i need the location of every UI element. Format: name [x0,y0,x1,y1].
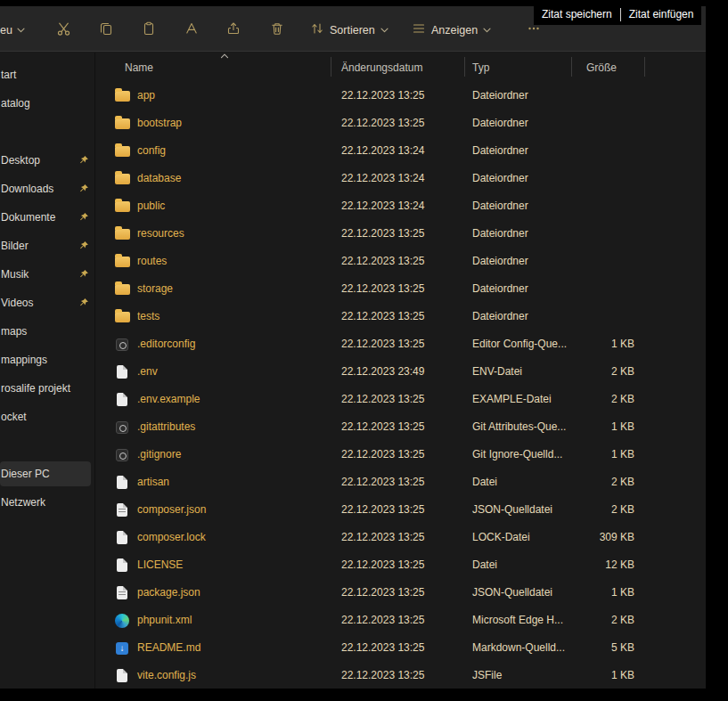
table-row[interactable]: storage22.12.2023 13:25Dateiordner [98,275,702,303]
sidebar-item-dokumente[interactable]: Dokumente [0,205,94,230]
cut-button[interactable] [48,17,78,44]
file-type: JSFile [472,662,502,689]
sidebar-item-ocket[interactable]: ocket [0,404,94,429]
file-date: 22.12.2023 13:25 [341,413,424,441]
pin-icon [79,212,89,222]
column-separator[interactable] [331,57,331,77]
sidebar-item-downloads[interactable]: Downloads [0,176,94,201]
column-header-name[interactable]: Name [125,61,153,74]
file-type: ENV-Datei [472,358,522,386]
file-file-icon [112,524,132,551]
file-date: 22.12.2023 13:25 [341,441,424,469]
folder-file-icon [112,192,132,220]
sidebar-item-mappings[interactable]: mappings [0,347,94,372]
table-row[interactable]: .env.example22.12.2023 13:25EXAMPLE-Date… [98,386,702,413]
file-file-icon [112,386,132,413]
folder-file-icon [112,137,132,165]
chevron-down-icon [483,28,491,33]
folder-file-icon [112,82,132,110]
column-separator[interactable] [644,57,645,77]
file-type: Dateiordner [472,165,528,192]
table-row[interactable]: vite.config.js22.12.2023 13:25JSFile1 KB [98,662,702,689]
file-file-icon [112,469,132,496]
file-type: Dateiordner [472,82,528,110]
new-button[interactable]: eu [0,17,25,44]
paste-icon [142,21,156,39]
chevron-down-icon [380,28,389,33]
file-type: Dateiordner [472,137,528,165]
table-row[interactable]: tests22.12.2023 13:25Dateiordner [98,303,702,330]
file-date: 22.12.2023 13:25 [341,220,424,248]
table-row[interactable]: LICENSE22.12.2023 13:25Datei12 KB [98,551,702,579]
sidebar-item-musik[interactable]: Musik [0,262,94,287]
json-file-icon [112,579,132,607]
table-row[interactable]: public22.12.2023 13:24Dateiordner [98,192,702,220]
sidebar-item-desktop[interactable]: Desktop [0,148,94,173]
sidebar-item-label: maps [1,325,27,338]
file-size: 2 KB [561,358,634,386]
sort-button[interactable]: Sortieren [310,17,389,44]
table-row[interactable]: routes22.12.2023 13:25Dateiordner [98,248,702,275]
column-header-size[interactable]: Größe [586,61,617,74]
view-button[interactable]: Anzeigen [412,17,491,44]
sidebar-item-label: mappings [1,354,47,366]
table-row[interactable]: bootstrap22.12.2023 13:25Dateiordner [98,110,702,137]
table-row[interactable]: composer.json22.12.2023 13:25JSON-Quelld… [98,496,702,524]
column-separator[interactable] [571,57,572,77]
file-file-icon [112,358,132,386]
sidebar-item-maps[interactable]: maps [0,319,94,344]
copy-button[interactable] [91,17,121,44]
file-size: 1 KB [561,413,634,441]
file-name: .gitignore [137,441,181,469]
sidebar-item-videos[interactable]: Videos [0,290,94,315]
sidebar-item-label: rosalife projekt [1,382,70,395]
file-size: 1 KB [561,441,634,469]
table-row[interactable]: database22.12.2023 13:24Dateiordner [98,165,702,192]
sidebar-item-bilder[interactable]: Bilder [0,233,94,258]
sidebar-item-atalog[interactable]: atalog [0,91,94,116]
file-type: Dateiordner [472,192,528,220]
file-date: 22.12.2023 13:25 [341,110,424,137]
table-row[interactable]: .editorconfig22.12.2023 13:25Editor Conf… [98,330,702,358]
sidebar-divider [94,53,95,689]
rename-button[interactable] [176,17,207,44]
file-name: phpunit.xml [137,607,192,634]
file-name: public [137,192,165,220]
insert-citation-button[interactable]: Zitat einfügen [621,4,702,25]
folder-file-icon [112,220,132,248]
column-header-date[interactable]: Änderungsdatum [341,61,422,74]
table-row[interactable]: artisan22.12.2023 13:25Datei2 KB [98,469,702,496]
file-type: Dateiordner [472,220,528,248]
table-row[interactable]: composer.lock22.12.2023 13:25LOCK-Datei3… [98,524,702,551]
view-label: Anzeigen [431,24,478,37]
sidebar-item-tart[interactable]: tart [0,62,94,87]
paste-button[interactable] [134,17,164,44]
table-row[interactable]: phpunit.xml22.12.2023 13:25Microsoft Edg… [98,607,702,634]
table-row[interactable]: app22.12.2023 13:25Dateiordner [98,82,702,110]
table-row[interactable]: config22.12.2023 13:24Dateiordner [98,137,702,165]
table-row[interactable]: README.md22.12.2023 13:25Markdown-Quelld… [98,634,702,662]
sidebar-item-netzwerk[interactable]: Netzwerk [0,490,94,515]
column-separator[interactable] [464,57,465,77]
file-date: 22.12.2023 13:25 [341,248,424,275]
table-row[interactable]: .env22.12.2023 23:49ENV-Datei2 KB [98,358,702,386]
table-row[interactable]: package.json22.12.2023 13:25JSON-Quellda… [98,579,702,607]
sidebar-item-dieser-pc[interactable]: Dieser PC [0,461,91,486]
delete-icon [270,21,284,39]
save-citation-button[interactable]: Zitat speichern [534,4,620,25]
file-date: 22.12.2023 13:25 [341,496,424,524]
sort-ascending-icon [220,53,229,59]
sidebar-item-label: Videos [1,297,33,309]
table-row[interactable]: resources22.12.2023 13:25Dateiordner [98,220,702,248]
file-name: composer.json [137,496,206,524]
sidebar-item-label: atalog [1,97,30,110]
table-row[interactable]: .gitignore22.12.2023 13:25Git Ignore-Que… [98,441,702,469]
share-button[interactable] [218,17,249,44]
file-name: LICENSE [137,551,183,579]
delete-button[interactable] [262,17,292,44]
table-row[interactable]: .gitattributes22.12.2023 13:25Git Attrib… [98,413,702,441]
column-header-type[interactable]: Typ [472,61,489,74]
folder-file-icon [112,165,132,192]
json-file-icon [112,496,132,524]
sidebar-item-rosalife-projekt[interactable]: rosalife projekt [0,376,94,401]
